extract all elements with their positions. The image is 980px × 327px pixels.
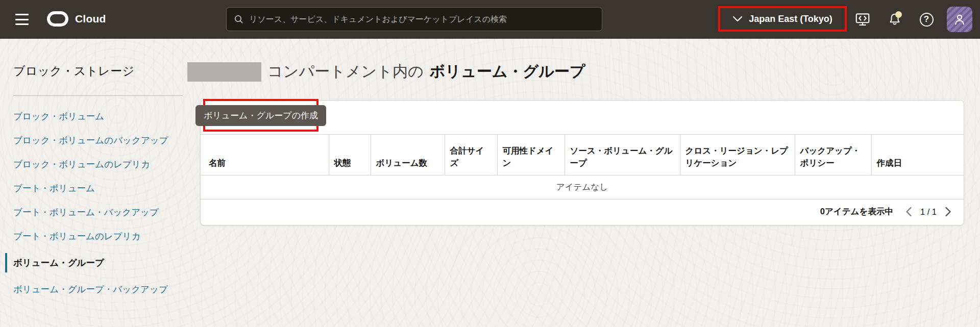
topbar: Cloud Japan East (Tokyo) bbox=[0, 0, 980, 39]
sidebar-item-block-volume-replicas[interactable]: ブロック・ボリュームのレプリカ bbox=[13, 157, 183, 171]
sidebar-item-volume-group-backups[interactable]: ボリューム・グループ・バックアップ bbox=[13, 282, 183, 296]
brand[interactable]: Cloud bbox=[47, 11, 106, 27]
pager: 1 / 1 bbox=[904, 206, 952, 218]
sidebar-item-boot-volume-backups[interactable]: ブート・ボリューム・バックアップ bbox=[13, 205, 183, 219]
column-header-total-size: 合計サイズ bbox=[445, 135, 497, 175]
empty-table-row: アイテムなし bbox=[201, 175, 964, 199]
sidebar-divider bbox=[13, 95, 183, 96]
sidebar-item-volume-groups[interactable]: ボリューム・グループ bbox=[5, 253, 183, 272]
page-title-prefix: コンパートメント内の bbox=[267, 61, 424, 82]
cloud-shell-icon bbox=[855, 12, 870, 27]
column-header-source-volume-group: ソース・ボリューム・グループ bbox=[565, 135, 680, 175]
red-annotation-region: Japan East (Tokyo) bbox=[718, 6, 847, 32]
region-selector[interactable]: Japan East (Tokyo) bbox=[732, 14, 832, 24]
notification-badge bbox=[895, 11, 902, 18]
column-header-created: 作成日 bbox=[871, 135, 964, 175]
hamburger-menu-icon[interactable] bbox=[15, 13, 30, 26]
help-button[interactable]: ? bbox=[915, 8, 938, 31]
create-volume-group-button[interactable]: ボリューム・グループの作成 bbox=[195, 105, 326, 126]
help-icon: ? bbox=[920, 13, 934, 27]
sidebar-item-block-volume-backups[interactable]: ブロック・ボリュームのバックアップ bbox=[13, 133, 183, 147]
sidebar-title: ブロック・ストレージ bbox=[13, 63, 183, 79]
page-indicator: 1 / 1 bbox=[920, 207, 937, 217]
items-shown-summary: 0アイテムを表示中 bbox=[820, 206, 893, 217]
page-title-emphasis: ボリューム・グループ bbox=[430, 61, 585, 82]
pagination-bar: 0アイテムを表示中 1 / 1 bbox=[201, 198, 964, 225]
column-header-backup-policy: バックアップ・ポリシー bbox=[795, 135, 871, 175]
sidebar-item-boot-volume-replicas[interactable]: ブート・ボリュームのレプリカ bbox=[13, 229, 183, 243]
column-header-availability-domain: 可用性ドメイン bbox=[497, 135, 565, 175]
oracle-logo-icon bbox=[47, 11, 68, 27]
redacted-compartment-name bbox=[187, 62, 261, 82]
chevron-left-icon bbox=[905, 207, 912, 217]
sidebar-item-block-volumes[interactable]: ブロック・ボリューム bbox=[13, 109, 183, 123]
person-icon bbox=[952, 12, 967, 27]
volume-groups-panel: ボリューム・グループの作成 名前 状態 ボリューム数 合計サイズ 可用性ドメイン… bbox=[200, 100, 964, 225]
empty-message: アイテムなし bbox=[201, 175, 964, 199]
previous-page-button[interactable] bbox=[904, 206, 913, 218]
column-header-cross-region-replication: クロス・リージョン・レプリケーション bbox=[680, 135, 795, 175]
cloud-shell-button[interactable] bbox=[851, 8, 874, 31]
chevron-right-icon bbox=[945, 207, 951, 217]
region-label: Japan East (Tokyo) bbox=[749, 14, 832, 24]
volume-groups-table: 名前 状態 ボリューム数 合計サイズ 可用性ドメイン ソース・ボリューム・グルー… bbox=[201, 134, 964, 199]
notifications-button[interactable] bbox=[884, 8, 906, 31]
brand-label: Cloud bbox=[75, 13, 106, 25]
sidebar-nav: ブロック・ボリューム ブロック・ボリュームのバックアップ ブロック・ボリュームの… bbox=[13, 109, 183, 296]
sidebar: ブロック・ストレージ ブロック・ボリューム ブロック・ボリュームのバックアップ … bbox=[13, 63, 183, 306]
column-header-volume-count: ボリューム数 bbox=[371, 135, 445, 175]
column-header-state: 状態 bbox=[329, 135, 371, 175]
next-page-button[interactable] bbox=[944, 206, 952, 218]
table-header-row: 名前 状態 ボリューム数 合計サイズ 可用性ドメイン ソース・ボリューム・グルー… bbox=[201, 135, 964, 175]
search-icon bbox=[234, 14, 244, 24]
column-header-name: 名前 bbox=[201, 135, 329, 175]
search-input[interactable] bbox=[249, 15, 595, 24]
page-title: コンパートメント内の ボリューム・グループ bbox=[187, 61, 585, 82]
red-annotation-create-button: ボリューム・グループの作成 bbox=[203, 99, 318, 132]
search-bar[interactable] bbox=[226, 7, 602, 31]
user-avatar[interactable] bbox=[947, 7, 972, 32]
chevron-down-icon bbox=[732, 16, 743, 22]
sidebar-item-boot-volumes[interactable]: ブート・ボリューム bbox=[13, 181, 183, 195]
